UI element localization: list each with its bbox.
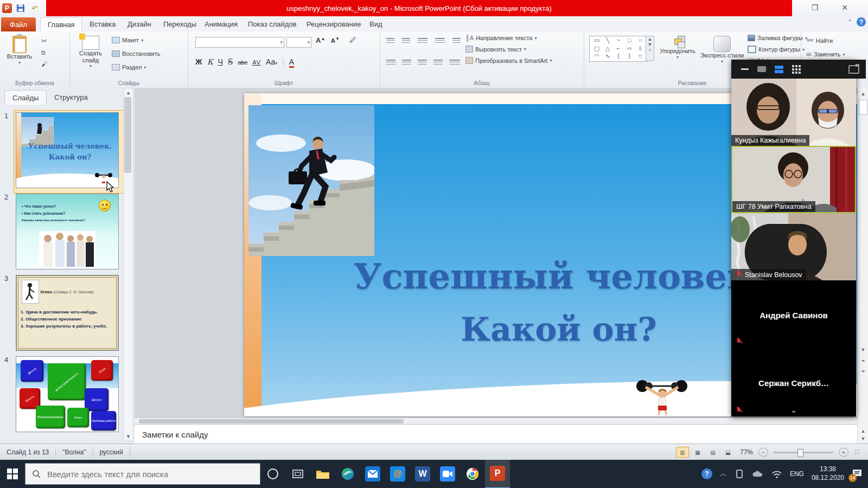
- save-icon[interactable]: [15, 3, 26, 14]
- onedrive-icon[interactable]: [752, 470, 764, 478]
- tab-design[interactable]: Дизайн: [120, 17, 158, 31]
- video-tile-3[interactable]: Stanislav Belousov: [731, 213, 856, 280]
- clear-formatting-icon[interactable]: 🖉: [349, 36, 356, 44]
- view-slide-sorter-button[interactable]: ▦: [691, 447, 704, 458]
- your-phone-icon[interactable]: [735, 469, 744, 479]
- zoom-more-participants-chevron[interactable]: ⌄: [790, 406, 797, 414]
- tab-slides[interactable]: Слайды: [4, 90, 47, 105]
- align-center-button[interactable]: [402, 60, 411, 66]
- tab-review[interactable]: Рецензирование: [299, 17, 368, 31]
- fit-to-window-button[interactable]: ⛶: [851, 447, 864, 458]
- format-painter-icon[interactable]: 🖌: [41, 61, 47, 67]
- tab-file[interactable]: Файл: [1, 17, 36, 31]
- video-tile-4[interactable]: Андрей Савинов: [731, 280, 856, 348]
- shapes-scroll[interactable]: ▲▼▿: [646, 36, 654, 61]
- layout-button[interactable]: Макет▾: [112, 37, 143, 43]
- decrease-indent-button[interactable]: [418, 38, 427, 44]
- status-language[interactable]: русский: [93, 447, 130, 458]
- video-tile-1[interactable]: Кундыз Кажыгалиевна: [731, 79, 856, 146]
- zoom-in-button[interactable]: +: [839, 448, 848, 457]
- next-slide-button[interactable]: ⏷: [858, 369, 868, 375]
- notes-pane[interactable]: Заметки к слайду: [135, 424, 868, 444]
- zoom-popout-icon[interactable]: [848, 65, 859, 74]
- video-tile-2-active[interactable]: ШГ 78 Умит Рапхатовна: [731, 146, 856, 213]
- char-spacing-button[interactable]: AV: [252, 59, 261, 66]
- new-slide-button[interactable]: Создать слайд ▾: [75, 36, 106, 68]
- mailru-icon[interactable]: @: [385, 460, 410, 488]
- shape-fill-button[interactable]: Заливка фигуры▾: [748, 35, 807, 41]
- clock[interactable]: 13:38 08.12.2020: [812, 465, 844, 482]
- slide-thumbnail-4[interactable]: 4 Деньги целеустремленность Успех Власть…: [14, 355, 124, 437]
- tab-animations[interactable]: Анимация: [197, 17, 245, 31]
- businessman-stairs-image[interactable]: [248, 105, 374, 256]
- reset-slide-button[interactable]: Восстановить: [112, 50, 160, 57]
- zoom-percent[interactable]: 77%: [740, 448, 753, 456]
- arrange-button[interactable]: Упорядочить▾: [658, 36, 698, 60]
- font-size-combo[interactable]: ▾: [286, 37, 311, 48]
- tab-transitions[interactable]: Переходы: [156, 17, 203, 31]
- tab-slideshow[interactable]: Показ слайдов: [241, 17, 304, 31]
- tray-help-icon[interactable]: ?: [701, 468, 712, 479]
- strikethrough-button[interactable]: S: [228, 57, 233, 66]
- chrome-icon[interactable]: [460, 460, 485, 488]
- video-tile-5[interactable]: Сержан Серикб… ⌄: [731, 348, 856, 416]
- slide-thumbnail-3[interactable]: 3 Успех (словарь С. И. Ожегова): 1. Удач…: [14, 273, 124, 356]
- font-name-combo[interactable]: ▾: [195, 37, 284, 48]
- cut-icon[interactable]: ✂: [41, 37, 47, 45]
- zoom-minimize-icon[interactable]: [741, 68, 749, 70]
- text-direction-button[interactable]: ║A Направление текста▾: [465, 35, 552, 41]
- network-icon[interactable]: [771, 470, 782, 478]
- start-button[interactable]: [0, 460, 25, 488]
- slide-thumbnail-2[interactable]: 2 • Что такое успех? • Как стать успешны…: [14, 192, 124, 274]
- change-case-button[interactable]: Aa▾: [266, 57, 277, 66]
- file-explorer-icon[interactable]: [310, 460, 335, 488]
- view-normal-button[interactable]: ▥: [676, 447, 689, 458]
- zoom-slider[interactable]: [774, 452, 833, 453]
- vertical-scrollbar[interactable]: ▲ ▼ ⏶ ⏷ ▲ ▼: [857, 88, 868, 444]
- shape-outline-button[interactable]: Контур фигуры▾: [748, 46, 807, 53]
- shadow-button[interactable]: abc: [238, 59, 247, 66]
- task-view-icon[interactable]: [285, 460, 310, 488]
- bullets-button[interactable]: [386, 38, 394, 44]
- shrink-font-button[interactable]: A▼: [331, 36, 340, 44]
- increase-indent-button[interactable]: [435, 38, 445, 44]
- undo-icon[interactable]: ↶: [29, 3, 40, 14]
- hidden-icons-chevron[interactable]: ︿: [720, 469, 727, 479]
- tab-view[interactable]: Вид: [362, 17, 390, 31]
- justify-button[interactable]: [433, 60, 443, 66]
- italic-button[interactable]: К: [207, 57, 213, 66]
- smartart-button[interactable]: Преобразовать в SmartArt▾: [465, 57, 552, 64]
- numbering-button[interactable]: [402, 38, 410, 44]
- view-slideshow-button[interactable]: ⬓: [722, 447, 735, 458]
- word-icon[interactable]: W: [410, 460, 435, 488]
- mail-icon[interactable]: [360, 460, 385, 488]
- powerpoint-taskbar-icon[interactable]: P: [485, 459, 510, 488]
- notification-center-icon[interactable]: 14: [852, 468, 863, 480]
- grow-font-button[interactable]: A▲: [316, 36, 325, 44]
- replace-button[interactable]: ab Заменить▾: [806, 51, 845, 57]
- line-spacing-button[interactable]: [452, 38, 461, 44]
- language-indicator[interactable]: ENG: [790, 470, 804, 478]
- powerpoint-app-icon[interactable]: P: [2, 3, 12, 13]
- tab-insert[interactable]: Вставка: [82, 17, 123, 31]
- zoom-grid-view-icon[interactable]: [792, 65, 801, 74]
- find-button[interactable]: 👓 Найти: [806, 37, 833, 44]
- cortana-icon[interactable]: [260, 460, 285, 488]
- tab-home[interactable]: Главная: [40, 17, 82, 31]
- restore-window-button[interactable]: ❐: [808, 2, 822, 13]
- zoom-meeting-panel[interactable]: Кундыз Кажыгалиевна ШГ 78 Умит Рапхатовн…: [731, 60, 856, 416]
- font-color-button[interactable]: А: [289, 57, 294, 68]
- paste-button[interactable]: Вставить ▾: [4, 36, 35, 65]
- help-icon[interactable]: ?: [857, 17, 866, 27]
- taskbar-search[interactable]: [25, 463, 260, 485]
- align-right-button[interactable]: [418, 60, 427, 66]
- zoom-app-icon[interactable]: [435, 460, 460, 488]
- zoom-speaker-view-icon[interactable]: [757, 66, 766, 72]
- view-reading-button[interactable]: ▤: [706, 447, 719, 458]
- slides-panel-scrollbar[interactable]: ▲ ▼: [123, 88, 133, 441]
- minimize-ribbon-icon[interactable]: ⌃: [847, 18, 852, 25]
- close-window-button[interactable]: ✕: [838, 2, 852, 13]
- columns-button[interactable]: [449, 60, 460, 66]
- zoom-out-button[interactable]: −: [758, 448, 768, 457]
- align-text-button[interactable]: Выровнять текст▾: [465, 46, 552, 53]
